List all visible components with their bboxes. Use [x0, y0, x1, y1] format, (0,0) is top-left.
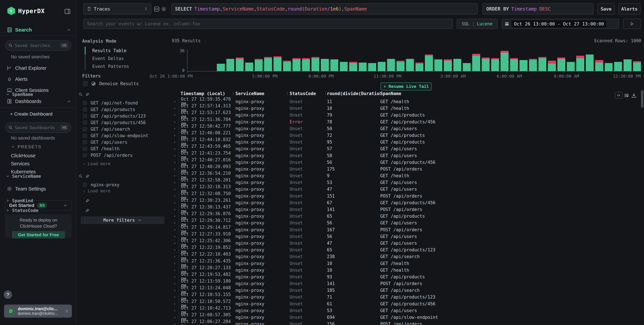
histogram-bar[interactable]: [538, 57, 546, 71]
query-language-toggle[interactable]: SQL | Lucene: [457, 19, 498, 29]
table-row[interactable]: › Oct 27 12:43:59.465 PM nginx-proxy Uns…: [172, 144, 641, 150]
saved-dashboards-input[interactable]: [15, 125, 58, 130]
row-expand-chevron-icon[interactable]: ›: [172, 234, 178, 239]
row-expand-chevron-icon[interactable]: ›: [172, 133, 178, 138]
save-button[interactable]: Save: [598, 3, 615, 14]
row-expand-chevron-icon[interactable]: ›: [172, 268, 178, 273]
histogram-bar[interactable]: [245, 62, 253, 71]
row-expand-chevron-icon[interactable]: ›: [172, 254, 178, 259]
row-expand-chevron-icon[interactable]: ›: [172, 315, 178, 320]
preset-clickhouse[interactable]: ClickHouse: [11, 153, 36, 158]
filter-group-servicename[interactable]: ServiceName: [6, 174, 90, 179]
row-expand-chevron-icon[interactable]: ›: [172, 160, 178, 165]
column-resize-handle[interactable]: ⋮: [378, 91, 382, 96]
row-expand-chevron-icon[interactable]: ›: [172, 221, 178, 225]
row-expand-chevron-icon[interactable]: ›: [172, 248, 178, 252]
filter-checkbox-item[interactable]: GET /api/users: [83, 139, 167, 145]
histogram-bar[interactable]: [330, 59, 338, 71]
row-expand-chevron-icon[interactable]: ›: [172, 322, 178, 325]
presets-section-toggle[interactable]: PRESETS: [11, 144, 42, 149]
events-histogram[interactable]: Oct 26 1:00:00 PM5:00:00 PM8:00:00 PM11:…: [187, 49, 641, 71]
histogram-bar[interactable]: [586, 54, 594, 71]
table-row[interactable]: › Oct 27 12:30:23.261 PM nginx-proxy Uns…: [172, 198, 641, 204]
filter-checkbox-item[interactable]: GET /api/products: [83, 106, 167, 113]
filter-checkbox[interactable]: [83, 101, 87, 105]
row-expand-chevron-icon[interactable]: ›: [172, 173, 178, 178]
histogram-bar[interactable]: [558, 57, 565, 71]
filter-checkbox[interactable]: [83, 114, 87, 118]
histogram-bar[interactable]: [264, 57, 272, 71]
pin-icon[interactable]: [85, 92, 90, 97]
col-servicename[interactable]: ServiceName: [236, 91, 290, 96]
search-icon[interactable]: [78, 92, 83, 97]
table-row[interactable]: › Oct 27 12:13:24.048 PM nginx-proxy Uns…: [172, 285, 641, 292]
saved-searches-search[interactable]: ⌘K: [5, 40, 71, 51]
more-filters-button[interactable]: More filters: [81, 216, 164, 224]
saved-searches-input[interactable]: [15, 43, 58, 48]
row-expand-chevron-icon[interactable]: ›: [172, 153, 178, 158]
sql-toggle[interactable]: SQL: [462, 21, 470, 26]
sidebar-item-dashboards[interactable]: Dashboards: [0, 97, 76, 106]
row-expand-chevron-icon[interactable]: ›: [172, 261, 178, 266]
help-button[interactable]: ?: [4, 291, 12, 299]
row-expand-chevron-icon[interactable]: ›: [172, 113, 178, 117]
histogram-bar[interactable]: [434, 59, 442, 71]
row-expand-chevron-icon[interactable]: ›: [172, 308, 178, 313]
table-scrollbar[interactable]: [641, 90, 643, 108]
table-row[interactable]: › Oct 27 12:59:35.478 PM nginx-proxy Uns…: [172, 97, 641, 103]
analysis-mode-tab[interactable]: Event Deltas: [85, 54, 162, 62]
filter-group-spanname[interactable]: SpanName: [6, 92, 90, 97]
row-expand-chevron-icon[interactable]: ›: [172, 214, 178, 219]
row-expand-chevron-icon[interactable]: ›: [172, 281, 178, 286]
table-row[interactable]: › Oct 27 12:30:13.437 PM nginx-proxy Uns…: [172, 204, 641, 211]
filter-checkbox-item[interactable]: GET /health: [83, 145, 167, 152]
get-started-free-button[interactable]: Get Started for Free: [12, 231, 65, 239]
row-expand-chevron-icon[interactable]: ›: [172, 120, 178, 124]
pin-icon[interactable]: [85, 208, 90, 213]
servicename-load-more[interactable]: › Load more: [83, 189, 110, 193]
histogram-bar[interactable]: [454, 59, 461, 71]
collapse-sidebar-icon[interactable]: [64, 8, 71, 15]
filter-checkbox[interactable]: [83, 183, 87, 187]
filter-checkbox[interactable]: [83, 121, 87, 125]
query-settings-gear-icon[interactable]: [161, 6, 167, 12]
table-row[interactable]: › Oct 27 12:06:27.284 PM nginx-proxy Uns…: [172, 319, 641, 325]
table-row[interactable]: › Oct 27 12:32:58.201 PM nginx-proxy Uns…: [172, 177, 641, 184]
chevron-up-icon[interactable]: [66, 27, 71, 32]
histogram-bar[interactable]: [472, 54, 480, 71]
histogram-bar[interactable]: [614, 62, 622, 71]
analysis-mode-tab[interactable]: Event Patterns: [85, 62, 162, 70]
event-search-input[interactable]: [87, 21, 449, 26]
row-expand-chevron-icon[interactable]: ›: [172, 241, 178, 246]
column-resize-handle[interactable]: ⋮: [286, 91, 290, 96]
table-row[interactable]: › Oct 27 12:41:23.754 PM nginx-proxy Uns…: [172, 151, 641, 157]
histogram-bar[interactable]: [548, 61, 556, 71]
histogram-bar[interactable]: [406, 59, 414, 71]
filter-checkbox-item[interactable]: GET /api/products/123: [83, 113, 167, 119]
code-editor-icon[interactable]: [154, 6, 160, 12]
table-row[interactable]: › Oct 27 12:29:14.817 PM nginx-proxy Uns…: [172, 225, 641, 231]
row-expand-chevron-icon[interactable]: ›: [172, 146, 178, 151]
denoise-results-option[interactable]: Denoise Results: [83, 81, 139, 86]
histogram-bar[interactable]: [217, 64, 225, 71]
search-icon[interactable]: [78, 174, 83, 178]
histogram-bar[interactable]: [349, 62, 357, 71]
table-row[interactable]: › Oct 27 12:40:20.093 PM nginx-proxy Uns…: [172, 164, 641, 171]
histogram-bar[interactable]: [576, 56, 584, 71]
preset-services[interactable]: Services: [11, 161, 30, 167]
row-expand-chevron-icon[interactable]: ›: [172, 295, 178, 299]
lucene-toggle[interactable]: Lucene: [477, 21, 493, 26]
histogram-bar[interactable]: [520, 60, 528, 71]
histogram-bar[interactable]: [567, 62, 575, 71]
histogram-bar[interactable]: [312, 57, 319, 71]
filter-checkbox-item[interactable]: GET /api/slow-endpoint: [83, 132, 167, 139]
filter-checkbox[interactable]: [83, 153, 87, 157]
table-row[interactable]: › Oct 27 12:53:17.623 PM nginx-proxy Uns…: [172, 110, 641, 117]
histogram-bar[interactable]: [482, 57, 490, 71]
filter-group-spankind[interactable]: SpanKind: [6, 198, 90, 203]
row-expand-chevron-icon[interactable]: ›: [172, 126, 178, 131]
sidebar-item-team-settings[interactable]: Team Settings: [0, 184, 76, 194]
table-row[interactable]: › Oct 27 12:21:36.435 PM nginx-proxy Uns…: [172, 258, 641, 265]
histogram-bar[interactable]: [510, 58, 518, 71]
alerts-button[interactable]: Alerts: [618, 3, 640, 14]
